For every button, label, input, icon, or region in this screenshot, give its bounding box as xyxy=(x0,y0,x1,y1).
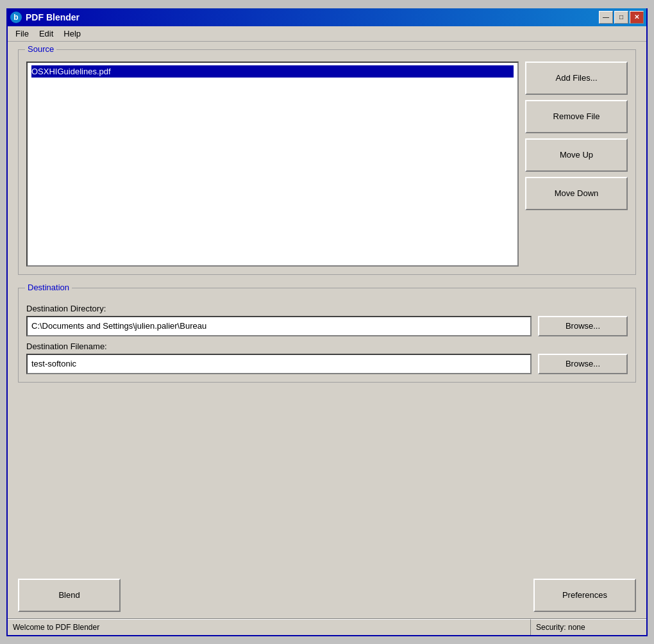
directory-browse-button[interactable]: Browse... xyxy=(538,316,628,336)
title-bar: b PDF Blender — □ ✕ xyxy=(8,8,646,26)
add-files-button[interactable]: Add Files... xyxy=(525,62,628,95)
directory-row: Browse... xyxy=(26,316,628,336)
filename-browse-button[interactable]: Browse... xyxy=(538,354,628,374)
bottom-bar: Blend Preferences xyxy=(8,572,646,618)
close-button[interactable]: ✕ xyxy=(630,11,644,24)
status-bar: Welcome to PDF Blender Security: none xyxy=(8,618,646,635)
window-title: PDF Blender xyxy=(26,12,80,22)
source-row: OSXHIGuidelines.pdf Add Files... Remove … xyxy=(26,62,628,267)
filename-input[interactable] xyxy=(26,354,532,374)
content-area: Source OSXHIGuidelines.pdf Add Files... … xyxy=(8,42,646,572)
move-down-button[interactable]: Move Down xyxy=(525,177,628,210)
file-list-item[interactable]: OSXHIGuidelines.pdf xyxy=(31,65,514,78)
main-window: b PDF Blender — □ ✕ File Edit Help Sourc… xyxy=(6,8,648,636)
maximize-button[interactable]: □ xyxy=(614,11,628,24)
file-list[interactable]: OSXHIGuidelines.pdf xyxy=(26,62,519,267)
source-button-column: Add Files... Remove File Move Up Move Do… xyxy=(525,62,628,210)
filename-label: Destination Filename: xyxy=(26,342,628,351)
title-bar-left: b PDF Blender xyxy=(10,12,80,23)
directory-input[interactable] xyxy=(26,316,532,336)
filename-row: Browse... xyxy=(26,354,628,374)
menu-file[interactable]: File xyxy=(10,28,34,40)
menu-help[interactable]: Help xyxy=(58,28,86,40)
minimize-button[interactable]: — xyxy=(599,11,613,24)
title-bar-buttons: — □ ✕ xyxy=(599,11,644,24)
destination-group: Destination Destination Directory: Brows… xyxy=(18,288,636,383)
source-group-label: Source xyxy=(25,44,56,54)
status-right: Security: none xyxy=(531,619,646,635)
directory-label: Destination Directory: xyxy=(26,304,628,313)
destination-group-label: Destination xyxy=(25,283,72,292)
status-left: Welcome to PDF Blender xyxy=(8,619,531,635)
app-icon: b xyxy=(10,12,22,23)
menu-edit[interactable]: Edit xyxy=(34,28,58,40)
remove-file-button[interactable]: Remove File xyxy=(525,100,628,133)
preferences-button[interactable]: Preferences xyxy=(533,579,636,612)
menu-bar: File Edit Help xyxy=(8,26,646,42)
move-up-button[interactable]: Move Up xyxy=(525,138,628,172)
blend-button[interactable]: Blend xyxy=(18,579,121,612)
source-group: Source OSXHIGuidelines.pdf Add Files... … xyxy=(18,49,636,275)
